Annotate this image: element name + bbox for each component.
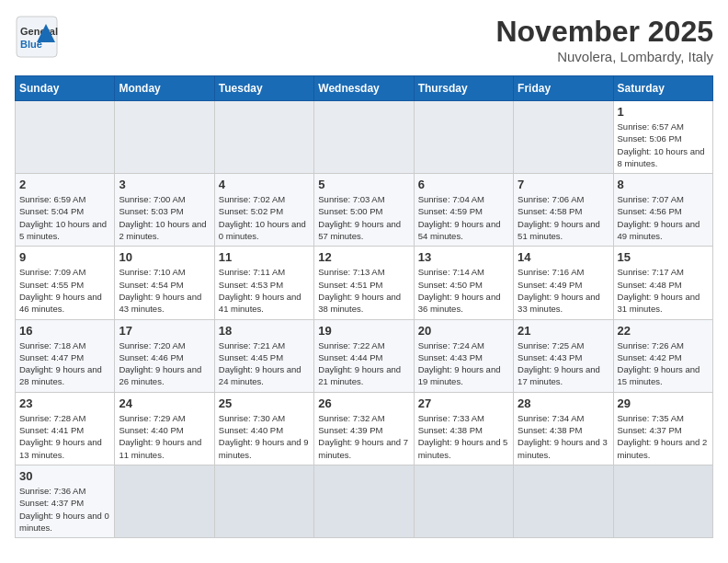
calendar-cell: 27Sunrise: 7:33 AM Sunset: 4:38 PM Dayli… bbox=[414, 392, 513, 465]
calendar-cell: 15Sunrise: 7:17 AM Sunset: 4:48 PM Dayli… bbox=[613, 247, 712, 319]
calendar-cell: 7Sunrise: 7:06 AM Sunset: 4:58 PM Daylig… bbox=[514, 174, 613, 247]
day-info: Sunrise: 7:24 AM Sunset: 4:43 PM Dayligh… bbox=[418, 339, 509, 388]
calendar-cell: 25Sunrise: 7:30 AM Sunset: 4:40 PM Dayli… bbox=[214, 392, 313, 465]
day-number: 16 bbox=[19, 324, 110, 338]
calendar-cell: 2Sunrise: 6:59 AM Sunset: 5:04 PM Daylig… bbox=[16, 174, 115, 247]
day-number: 11 bbox=[219, 250, 310, 264]
calendar-cell: 3Sunrise: 7:00 AM Sunset: 5:03 PM Daylig… bbox=[115, 174, 214, 247]
day-info: Sunrise: 7:20 AM Sunset: 4:46 PM Dayligh… bbox=[119, 339, 210, 388]
calendar-cell: 4Sunrise: 7:02 AM Sunset: 5:02 PM Daylig… bbox=[214, 174, 313, 247]
day-number: 7 bbox=[518, 178, 609, 191]
day-info: Sunrise: 7:35 AM Sunset: 4:37 PM Dayligh… bbox=[618, 412, 709, 461]
month-title: November 2025 bbox=[495, 15, 713, 49]
calendar-cell bbox=[115, 465, 214, 537]
day-info: Sunrise: 7:30 AM Sunset: 4:40 PM Dayligh… bbox=[219, 412, 310, 461]
calendar-week-3: 9Sunrise: 7:09 AM Sunset: 4:55 PM Daylig… bbox=[16, 247, 713, 319]
weekday-header-monday: Monday bbox=[115, 76, 214, 101]
day-info: Sunrise: 7:16 AM Sunset: 4:49 PM Dayligh… bbox=[518, 266, 609, 315]
weekday-header-tuesday: Tuesday bbox=[214, 76, 313, 101]
day-info: Sunrise: 7:36 AM Sunset: 4:37 PM Dayligh… bbox=[19, 485, 110, 534]
calendar-cell: 8Sunrise: 7:07 AM Sunset: 4:56 PM Daylig… bbox=[613, 174, 712, 247]
calendar-cell: 18Sunrise: 7:21 AM Sunset: 4:45 PM Dayli… bbox=[214, 319, 313, 392]
day-number: 18 bbox=[219, 324, 310, 338]
calendar-cell: 20Sunrise: 7:24 AM Sunset: 4:43 PM Dayli… bbox=[414, 319, 513, 392]
weekday-header-saturday: Saturday bbox=[613, 76, 712, 101]
calendar-cell: 17Sunrise: 7:20 AM Sunset: 4:46 PM Dayli… bbox=[115, 319, 214, 392]
day-info: Sunrise: 6:59 AM Sunset: 5:04 PM Dayligh… bbox=[19, 193, 110, 242]
day-info: Sunrise: 7:25 AM Sunset: 4:43 PM Dayligh… bbox=[518, 339, 609, 388]
calendar-week-1: 1Sunrise: 6:57 AM Sunset: 5:06 PM Daylig… bbox=[16, 101, 713, 174]
day-number: 10 bbox=[119, 250, 210, 264]
calendar-cell bbox=[16, 101, 115, 174]
day-number: 3 bbox=[119, 178, 210, 191]
title-area: November 2025 Nuvolera, Lombardy, Italy bbox=[495, 15, 713, 64]
day-info: Sunrise: 7:22 AM Sunset: 4:44 PM Dayligh… bbox=[318, 339, 409, 388]
calendar-cell: 23Sunrise: 7:28 AM Sunset: 4:41 PM Dayli… bbox=[16, 392, 115, 465]
day-number: 25 bbox=[219, 396, 310, 410]
day-info: Sunrise: 7:26 AM Sunset: 4:42 PM Dayligh… bbox=[618, 339, 709, 388]
day-info: Sunrise: 7:33 AM Sunset: 4:38 PM Dayligh… bbox=[418, 412, 509, 461]
weekday-header-friday: Friday bbox=[514, 76, 613, 101]
day-number: 19 bbox=[318, 324, 409, 338]
logo-icon: General Blue bbox=[15, 15, 59, 63]
day-number: 5 bbox=[318, 178, 409, 191]
day-number: 21 bbox=[518, 324, 609, 338]
day-number: 13 bbox=[418, 250, 509, 264]
day-number: 6 bbox=[418, 178, 509, 191]
day-number: 30 bbox=[19, 469, 110, 483]
weekday-header-sunday: Sunday bbox=[16, 76, 115, 101]
calendar-cell bbox=[414, 101, 513, 174]
calendar-cell bbox=[314, 465, 414, 537]
day-number: 28 bbox=[518, 396, 609, 410]
calendar-cell: 5Sunrise: 7:03 AM Sunset: 5:00 PM Daylig… bbox=[314, 174, 414, 247]
calendar-week-2: 2Sunrise: 6:59 AM Sunset: 5:04 PM Daylig… bbox=[16, 174, 713, 247]
calendar-table: SundayMondayTuesdayWednesdayThursdayFrid… bbox=[15, 75, 713, 538]
calendar-cell bbox=[514, 101, 613, 174]
calendar-week-6: 30Sunrise: 7:36 AM Sunset: 4:37 PM Dayli… bbox=[16, 465, 713, 537]
day-number: 20 bbox=[418, 324, 509, 338]
calendar-cell: 22Sunrise: 7:26 AM Sunset: 4:42 PM Dayli… bbox=[613, 319, 712, 392]
calendar-cell: 21Sunrise: 7:25 AM Sunset: 4:43 PM Dayli… bbox=[514, 319, 613, 392]
day-info: Sunrise: 6:57 AM Sunset: 5:06 PM Dayligh… bbox=[618, 121, 709, 169]
day-number: 14 bbox=[518, 250, 609, 264]
calendar-cell: 11Sunrise: 7:11 AM Sunset: 4:53 PM Dayli… bbox=[214, 247, 313, 319]
day-number: 4 bbox=[219, 178, 310, 191]
day-number: 24 bbox=[119, 396, 210, 410]
day-info: Sunrise: 7:00 AM Sunset: 5:03 PM Dayligh… bbox=[119, 193, 210, 242]
calendar-cell: 29Sunrise: 7:35 AM Sunset: 4:37 PM Dayli… bbox=[613, 392, 712, 465]
day-info: Sunrise: 7:17 AM Sunset: 4:48 PM Dayligh… bbox=[618, 266, 709, 315]
calendar-cell bbox=[214, 465, 313, 537]
day-info: Sunrise: 7:32 AM Sunset: 4:39 PM Dayligh… bbox=[318, 412, 409, 461]
calendar-cell: 13Sunrise: 7:14 AM Sunset: 4:50 PM Dayli… bbox=[414, 247, 513, 319]
calendar-cell: 16Sunrise: 7:18 AM Sunset: 4:47 PM Dayli… bbox=[16, 319, 115, 392]
calendar-cell: 1Sunrise: 6:57 AM Sunset: 5:06 PM Daylig… bbox=[613, 101, 712, 174]
day-number: 12 bbox=[318, 250, 409, 264]
day-info: Sunrise: 7:18 AM Sunset: 4:47 PM Dayligh… bbox=[19, 339, 110, 388]
calendar-week-5: 23Sunrise: 7:28 AM Sunset: 4:41 PM Dayli… bbox=[16, 392, 713, 465]
calendar-cell: 14Sunrise: 7:16 AM Sunset: 4:49 PM Dayli… bbox=[514, 247, 613, 319]
day-number: 1 bbox=[618, 105, 709, 119]
calendar-cell bbox=[115, 101, 214, 174]
calendar-cell bbox=[414, 465, 513, 537]
day-number: 26 bbox=[318, 396, 409, 410]
day-info: Sunrise: 7:28 AM Sunset: 4:41 PM Dayligh… bbox=[19, 412, 110, 461]
calendar-cell: 10Sunrise: 7:10 AM Sunset: 4:54 PM Dayli… bbox=[115, 247, 214, 319]
day-info: Sunrise: 7:11 AM Sunset: 4:53 PM Dayligh… bbox=[219, 266, 310, 315]
calendar-cell bbox=[514, 465, 613, 537]
day-number: 15 bbox=[618, 250, 709, 264]
day-info: Sunrise: 7:34 AM Sunset: 4:38 PM Dayligh… bbox=[518, 412, 609, 461]
calendar-cell: 30Sunrise: 7:36 AM Sunset: 4:37 PM Dayli… bbox=[16, 465, 115, 537]
calendar-cell: 19Sunrise: 7:22 AM Sunset: 4:44 PM Dayli… bbox=[314, 319, 414, 392]
calendar-cell bbox=[214, 101, 313, 174]
day-info: Sunrise: 7:09 AM Sunset: 4:55 PM Dayligh… bbox=[19, 266, 110, 315]
day-info: Sunrise: 7:21 AM Sunset: 4:45 PM Dayligh… bbox=[219, 339, 310, 388]
svg-text:General: General bbox=[20, 26, 58, 37]
day-info: Sunrise: 7:10 AM Sunset: 4:54 PM Dayligh… bbox=[119, 266, 210, 315]
location-title: Nuvolera, Lombardy, Italy bbox=[495, 49, 713, 64]
day-number: 2 bbox=[19, 178, 110, 191]
day-number: 23 bbox=[19, 396, 110, 410]
day-info: Sunrise: 7:13 AM Sunset: 4:51 PM Dayligh… bbox=[318, 266, 409, 315]
page-header: General Blue November 2025 Nuvolera, Lom… bbox=[15, 15, 713, 64]
day-info: Sunrise: 7:07 AM Sunset: 4:56 PM Dayligh… bbox=[618, 193, 709, 242]
day-info: Sunrise: 7:14 AM Sunset: 4:50 PM Dayligh… bbox=[418, 266, 509, 315]
